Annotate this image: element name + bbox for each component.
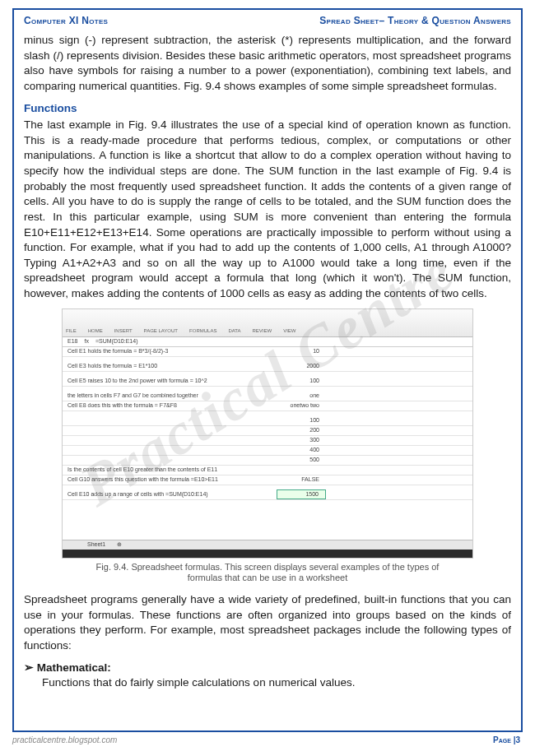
cell-value: 2000 [277, 362, 326, 370]
ribbon-tab: REVIEW [253, 327, 272, 334]
cell-ref: E18 [67, 337, 77, 346]
cell-label: Cell E5 raises 10 to the 2nd power with … [63, 377, 277, 385]
figure-caption: Fig. 9.4. Spreadsheet formulas. This scr… [78, 562, 457, 585]
paragraph-functions: The last example in Fig. 9.4 illustrates… [24, 118, 511, 302]
cell-value: 100 [277, 377, 326, 385]
page-header: Computer XI Notes Spread Sheet– Theory &… [24, 15, 511, 28]
sheet-tab: Sheet1 [87, 540, 105, 549]
cell-value: one [277, 392, 326, 400]
cell-value: 1500 [277, 489, 326, 499]
cell-value: 300 [277, 436, 326, 444]
cell-label: Cell E10 adds up a range of cells with =… [63, 490, 277, 499]
bullet-mathematical-text: Functions that do fairly simple calculat… [24, 675, 511, 691]
cell-value: 400 [277, 446, 326, 454]
body: minus sign (-) represent subtraction, th… [24, 33, 511, 691]
excel-ribbon: FILE HOME INSERT PAGE LAYOUT FORMULAS DA… [63, 309, 472, 337]
fx-icon: fx [84, 337, 88, 346]
page-footer: practicalcentre.blogspot.com Page |3 [12, 735, 520, 744]
sheet-tab-bar: Sheet1 ⊕ [63, 540, 472, 550]
paragraph-intro: minus sign (-) represent subtraction, th… [24, 33, 511, 95]
ribbon-tab: FORMULAS [189, 327, 216, 334]
cell-label: Cell E8 does this with the formula = F7&… [63, 401, 277, 410]
ribbon-tab: FILE [66, 327, 77, 334]
ribbon-tab: DATA [228, 327, 240, 334]
excel-formula-bar: E18 fx =SUM(D10:E14) [63, 337, 472, 347]
paragraph-builtins: Spreadsheet programs generally have a wi… [24, 592, 511, 654]
add-sheet-icon: ⊕ [117, 540, 122, 549]
cell-value: FALSE [277, 475, 326, 484]
bullet-mathematical: Mathematical: [24, 661, 511, 676]
section-heading-functions: Functions [24, 101, 511, 117]
footer-url: practicalcentre.blogspot.com [12, 735, 117, 744]
excel-status-bar [63, 550, 472, 558]
cell-label: Cell E3 holds the formula = E1*100 [63, 362, 277, 370]
cell-value: 10 [277, 347, 326, 355]
cell-label: the letters in cells F7 and G7 be combin… [63, 392, 277, 400]
cell-value: 200 [277, 426, 326, 434]
cell-label: Cell E1 holds the formula = B*3/(-8/2)-3 [63, 347, 277, 355]
cell-value: onetwo two [277, 401, 326, 410]
page-frame: Computer XI Notes Spread Sheet– Theory &… [12, 8, 523, 732]
cell-label: Is the contents of cell E10 greater than… [63, 466, 277, 474]
ribbon-tab: VIEW [283, 327, 295, 334]
ribbon-tab: INSERT [114, 327, 133, 334]
cell-label: Cell G10 answers this question with the … [63, 475, 277, 484]
figure-excel-screenshot: FILE HOME INSERT PAGE LAYOUT FORMULAS DA… [62, 308, 473, 559]
ribbon-tab: HOME [88, 327, 103, 334]
ribbon-tab: PAGE LAYOUT [144, 327, 178, 334]
cell-value: 100 [277, 416, 326, 424]
header-right: Spread Sheet– Theory & Question Answers [319, 15, 511, 26]
formula-text: =SUM(D10:E14) [95, 337, 138, 346]
header-left: Computer XI Notes [24, 15, 108, 26]
footer-page-number: Page |3 [493, 735, 520, 744]
cell-value: 500 [277, 456, 326, 464]
excel-grid: Cell E1 holds the formula = B*3/(-8/2)-3… [63, 347, 472, 540]
